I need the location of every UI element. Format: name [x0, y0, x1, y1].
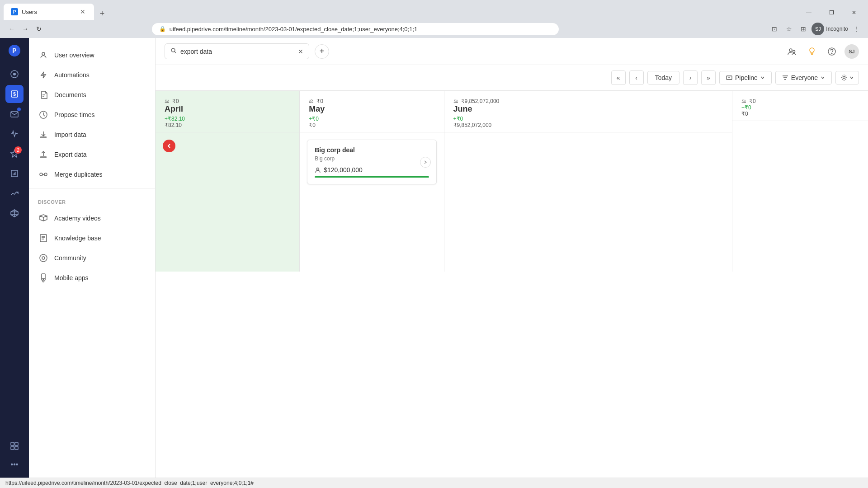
search-clear-button[interactable]: ✕ — [298, 48, 303, 55]
menu-sidebar: User overview Automations Documents — [29, 38, 156, 478]
menu-item-import-data[interactable]: Import data — [29, 125, 155, 145]
mobile-apps-icon — [38, 272, 49, 283]
menu-item-export-data[interactable]: Export data — [29, 145, 155, 164]
minimize-button[interactable]: — — [798, 5, 819, 20]
url-bar[interactable]: 🔒 uifeed.pipedrive.com/timeline/month/20… — [152, 23, 559, 35]
search-input[interactable] — [180, 48, 294, 55]
top-bar-right: SJ — [785, 44, 859, 59]
june-balance-icon: ⚖ — [453, 98, 458, 104]
automations-icon — [38, 70, 49, 80]
sidebar-icon-deals[interactable]: $ — [5, 85, 24, 103]
menu-item-user-overview[interactable]: User overview — [29, 45, 155, 65]
everyone-chevron-icon — [821, 75, 825, 80]
new-tab-button[interactable]: + — [96, 7, 108, 20]
nav-prev-button[interactable]: ‹ — [629, 70, 644, 85]
settings-button[interactable] — [835, 71, 859, 84]
deal-card-amount: $120,000,000 — [315, 166, 429, 174]
back-arrow-button[interactable] — [163, 140, 175, 152]
discover-section-label: DISCOVER — [29, 192, 155, 208]
help-icon-button[interactable] — [825, 44, 839, 59]
nav-last-button[interactable]: » — [701, 70, 716, 85]
propose-times-icon — [38, 109, 49, 120]
menu-item-mobile-apps[interactable]: Mobile apps — [29, 268, 155, 288]
forward-button[interactable]: → — [19, 23, 32, 35]
window-controls: — ❒ ✕ — [798, 5, 868, 20]
fourth-plus: +₹0 — [741, 104, 859, 111]
export-data-label: Export data — [54, 151, 87, 158]
pipeline-label: Pipeline — [735, 74, 758, 81]
svg-point-19 — [42, 257, 45, 259]
profile-split-view[interactable]: ⊞ — [797, 23, 810, 35]
mail-dot-badge — [17, 108, 21, 111]
menu-button[interactable]: ⋮ — [850, 23, 863, 35]
nav-first-button[interactable]: « — [611, 70, 626, 85]
svg-point-24 — [793, 50, 795, 52]
tab-title: Users — [22, 9, 37, 15]
deal-card[interactable]: Big corp deal Big corp $120,000,000 — [307, 140, 436, 184]
fourth-column: ⚖ ₹0 +₹0 ₹0 — [732, 91, 868, 272]
sidebar-icon-activity[interactable] — [5, 125, 24, 143]
svg-point-16 — [44, 173, 47, 176]
menu-item-community[interactable]: Community — [29, 248, 155, 268]
april-name: April — [165, 104, 290, 114]
person-icon — [315, 167, 321, 173]
reload-button[interactable]: ↻ — [33, 23, 45, 35]
sidebar-icon-home[interactable] — [5, 65, 24, 83]
menu-item-automations[interactable]: Automations — [29, 65, 155, 85]
cast-button[interactable]: ⊡ — [768, 23, 781, 35]
june-body — [444, 132, 732, 268]
tab-close-button[interactable]: ✕ — [79, 8, 87, 16]
menu-item-merge-duplicates[interactable]: Merge duplicates — [29, 164, 155, 184]
bulb-icon-button[interactable] — [805, 44, 819, 59]
back-button[interactable]: ← — [5, 23, 18, 35]
sidebar-icon-reports[interactable] — [5, 164, 24, 183]
june-name: June — [453, 104, 723, 114]
svg-rect-9 — [11, 442, 14, 446]
svg-rect-17 — [40, 235, 47, 242]
menu-item-propose-times[interactable]: Propose times — [29, 105, 155, 125]
june-minus: ₹9,852,072,000 — [453, 122, 723, 128]
sidebar-icon-forecast[interactable] — [5, 184, 24, 202]
may-stats: ⚖ ₹0 — [309, 98, 434, 104]
profile-button[interactable]: SJ — [811, 23, 824, 35]
close-button[interactable]: ✕ — [844, 5, 864, 20]
april-amount: ₹0 — [172, 98, 179, 104]
deal-card-arrow-button[interactable] — [420, 157, 431, 168]
sidebar-more-button[interactable]: ••• — [7, 457, 22, 472]
april-minus: ₹82.10 — [165, 122, 290, 128]
svg-text:$: $ — [13, 91, 16, 97]
search-box[interactable]: ✕ — [165, 43, 309, 59]
may-balance-icon: ⚖ — [309, 98, 314, 104]
address-bar: ← → ↻ 🔒 uifeed.pipedrive.com/timeline/mo… — [0, 20, 868, 38]
may-column: ⚖ ₹0 May +₹0 ₹0 Big corp deal Big corp — [300, 91, 444, 272]
app-logo[interactable]: P — [7, 43, 22, 58]
menu-item-documents[interactable]: Documents — [29, 85, 155, 105]
bookmark-button[interactable]: ☆ — [783, 23, 795, 35]
browser-tab-active[interactable]: P Users ✕ — [4, 4, 94, 20]
timeline-area: « ‹ Today › » Pipeline — [156, 65, 868, 478]
status-bar: https://uifeed.pipedrive.com/timeline/mo… — [0, 478, 868, 488]
sidebar-icon-mail[interactable] — [5, 105, 24, 123]
may-body: Big corp deal Big corp $120,000,000 — [300, 132, 443, 268]
merge-duplicates-icon — [38, 169, 49, 180]
nav-next-button[interactable]: › — [683, 70, 698, 85]
gear-icon — [840, 74, 848, 81]
users-icon-button[interactable] — [785, 44, 799, 59]
add-button[interactable]: + — [315, 44, 329, 59]
knowledge-base-icon — [38, 233, 49, 244]
app-container: P $ 2 — [0, 38, 868, 478]
svg-rect-10 — [15, 442, 18, 446]
everyone-button[interactable]: Everyone — [775, 71, 832, 84]
today-button[interactable]: Today — [647, 71, 679, 84]
svg-point-15 — [40, 173, 42, 176]
menu-item-academy-videos[interactable]: Academy videos — [29, 208, 155, 228]
menu-item-knowledge-base[interactable]: Knowledge base — [29, 228, 155, 248]
restore-button[interactable]: ❒ — [821, 5, 842, 20]
pipeline-button[interactable]: Pipeline — [719, 71, 772, 84]
user-avatar[interactable]: SJ — [844, 44, 859, 59]
lock-icon: 🔒 — [159, 26, 166, 32]
sidebar-icon-products[interactable] — [5, 204, 24, 222]
export-data-icon — [38, 149, 49, 160]
sidebar-icon-apps[interactable] — [5, 437, 24, 455]
sidebar-icon-leads[interactable]: 2 — [5, 145, 24, 163]
